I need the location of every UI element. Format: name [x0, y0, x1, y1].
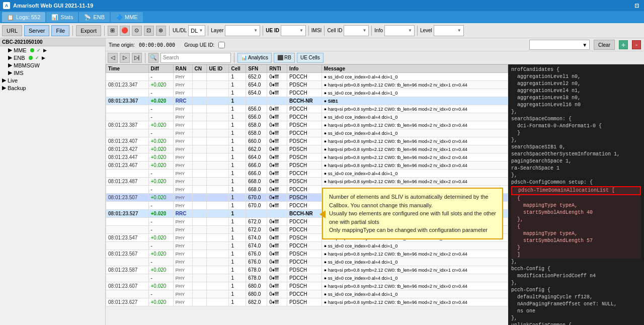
cell-cell: 1: [229, 89, 246, 97]
cell-ue-id: [207, 202, 229, 210]
table-row[interactable]: -PHY1654.00♦fffPDCCH● ss_id=0 cce_index=…: [106, 89, 508, 97]
layer-label: Layer: [211, 28, 223, 33]
layer-select[interactable]: ▼: [225, 25, 260, 36]
icon-btn-2[interactable]: 🔴: [120, 26, 130, 36]
tab-enb-label: ENB: [93, 14, 105, 20]
add-filter-btn[interactable]: +: [619, 40, 628, 49]
mme-play-icon[interactable]: ▶: [43, 48, 47, 53]
table-row[interactable]: -PHY1674.00♦fffPDCCH● ss_id=0 cce_index=…: [106, 242, 508, 250]
group-ue-checkbox[interactable]: [218, 42, 225, 48]
tab-stats[interactable]: 📊 Stats: [46, 12, 78, 22]
sidebar-item-ims[interactable]: ▶ IMS: [0, 69, 105, 76]
cell-ue-id: [207, 129, 229, 137]
ue-cells-button[interactable]: UE Cells: [297, 53, 324, 63]
table-row[interactable]: -PHY1656.00♦fffPDCCH● ss_id=0 cce_index=…: [106, 113, 508, 121]
table-row[interactable]: 08:01:23.367+0.020RRC1BCCH-NR● SIB1: [106, 97, 508, 105]
cell-cell: 1: [229, 242, 246, 250]
cell-diff: +0.020: [148, 137, 173, 145]
nav-back-btn[interactable]: ◁: [108, 53, 118, 63]
cell-sfn: [246, 97, 267, 105]
cell-cn: [192, 113, 207, 121]
cell-time: [106, 290, 149, 298]
cell-diff: -: [148, 73, 173, 81]
sidebar-item-label-live: Live: [8, 77, 18, 84]
cell-diff: -: [148, 129, 173, 137]
cell-cell: 1: [229, 226, 246, 234]
table-row[interactable]: 08:01:23.387+0.020PHY1658.00♦fffPDSCH● h…: [106, 121, 508, 129]
tab-mme[interactable]: 🔷 MME: [111, 12, 143, 22]
file-button[interactable]: File: [51, 25, 69, 36]
enb-play-icon[interactable]: ▶: [42, 55, 45, 60]
cell-diff: +0.020: [148, 282, 173, 290]
code-line: searchSpaceCommon: {: [511, 116, 641, 123]
table-row[interactable]: -PHY1658.00♦fffPDCCH● ss_id=0 cce_index=…: [106, 129, 508, 137]
server-button[interactable]: Server: [24, 25, 49, 36]
cell-ue-id: [207, 298, 229, 306]
rb-button[interactable]: ⬛ RB: [274, 53, 295, 63]
sidebar-item-mbmsgw[interactable]: ▶ MBMSGW: [0, 61, 105, 69]
cell-ran: PHY: [173, 81, 192, 89]
table-row[interactable]: -PHY1666.00♦fffPDCCH● ss_id=0 cce_index=…: [106, 170, 508, 178]
titlebar-left: A Amarisoft Web GUI 2021-11-19: [3, 2, 93, 9]
cell-rnti: 0♦fff: [267, 145, 287, 153]
cell-info: PDCCH: [287, 242, 322, 250]
sidebar-item-live[interactable]: ▶ Live: [0, 76, 105, 84]
cell-cell: 1: [229, 290, 246, 298]
expand-icon[interactable]: ⊡: [632, 3, 641, 9]
cell-time: 08:01:23.347: [106, 81, 149, 89]
info-select[interactable]: ▼: [384, 25, 415, 36]
tab-logs[interactable]: 📋 Logs: 552: [2, 12, 45, 22]
cell-message: ● ss_id=0 cce_index=0 al=4 dci=1_0: [321, 73, 508, 81]
table-row[interactable]: 08:01:23.587+0.020PHY1678.00♦fffPDSCH● h…: [106, 266, 508, 274]
table-row[interactable]: -PHY1680.00♦fffPDCCH● ss_id=0 cce_index=…: [106, 290, 508, 298]
cell-sfn: 658.0: [246, 121, 267, 129]
cell-info: PDSCH: [287, 250, 322, 258]
table-row[interactable]: 08:01:23.407+0.020PHY1660.00♦fffPDSCH● h…: [106, 137, 508, 145]
cell-sfn: 680.0: [246, 282, 267, 290]
table-row[interactable]: -PHY1676.00♦fffPDCCH● ss_id=0 cce_index=…: [106, 258, 508, 266]
cell-ue-id: [207, 242, 229, 250]
table-row[interactable]: 08:01:23.627+0.020PHY1682.00♦fffPDSCH● h…: [106, 298, 508, 306]
table-row[interactable]: -PHY1656.00♦fffPDCCH● harq=si prb=0.8 sy…: [106, 105, 508, 113]
table-row[interactable]: 08:01:23.567+0.020PHY1676.00♦fffPDSCH● h…: [106, 250, 508, 258]
table-row[interactable]: 08:01:23.467+0.020PHY1666.00♦fffPDSCH● h…: [106, 161, 508, 170]
table-row[interactable]: -PHY1678.00♦fffPDCCH● ss_id=0 cce_index=…: [106, 274, 508, 282]
sidebar-item-enb[interactable]: ▶ ENB ✓ ▶: [0, 54, 105, 61]
sidebar-item-mme[interactable]: ▶ MME ✓ ▶: [0, 46, 105, 54]
cell-cn: [192, 250, 207, 258]
search-input[interactable]: [160, 53, 231, 63]
tab-enb[interactable]: 📡 ENB: [79, 12, 110, 22]
nav-up-btn[interactable]: ▷: [120, 53, 130, 63]
ul-dl-select[interactable]: DL ▼: [188, 25, 205, 36]
toolbar-separator-9: [417, 26, 418, 36]
icon-btn-3[interactable]: ⊙: [132, 26, 142, 36]
url-button[interactable]: URL: [2, 25, 22, 36]
analytics-button[interactable]: 📊 Analytics: [237, 53, 272, 63]
ue-id-select[interactable]: ▼: [281, 25, 306, 36]
level-select[interactable]: ▼: [434, 25, 464, 36]
icon-btn-5[interactable]: ⊛: [156, 26, 166, 36]
icon-btn-1[interactable]: ⊞: [108, 26, 118, 36]
table-row[interactable]: 08:01:23.607+0.020PHY1680.00♦fffPDSCH● h…: [106, 282, 508, 290]
cell-cn: [192, 81, 207, 89]
cell-id-select[interactable]: ▼: [344, 25, 369, 36]
export-button[interactable]: Export: [76, 25, 101, 36]
table-row[interactable]: 08:01:23.427+0.020PHY1662.00♦fffPDSCH● h…: [106, 145, 508, 153]
cell-info: PDSCH: [287, 137, 322, 145]
cell-diff: -: [148, 258, 173, 266]
sidebar-item-backup[interactable]: ▶ Backup: [0, 84, 105, 92]
icon-btn-4[interactable]: ⊡: [144, 26, 154, 36]
nav-forward-btn[interactable]: ▷|: [132, 53, 142, 63]
table-row[interactable]: 08:01:23.487+0.020PHY1668.00♦fffPDSCH● h…: [106, 178, 508, 186]
table-row[interactable]: 08:01:23.447+0.020PHY1664.00♦fffPDSCH● h…: [106, 153, 508, 161]
code-line: mappingType typeA,: [511, 230, 641, 237]
code-panel[interactable]: nrofCandidates { aggregationLevel1 n0, a…: [508, 64, 644, 325]
remove-filter-btn[interactable]: -: [632, 40, 641, 49]
table-row[interactable]: 08:01:23.347+0.020PHY1654.00♦fffPDSCH● h…: [106, 81, 508, 89]
sidebar-item-label-enb: ENB: [14, 55, 25, 61]
table-row[interactable]: -PHY1652.00♦fffPDCCH● ss_id=0 cce_index=…: [106, 73, 508, 81]
clear-button[interactable]: Clear: [594, 40, 615, 50]
filter-dropdown-1[interactable]: ▼: [529, 40, 590, 50]
search-icon-btn[interactable]: 🔍: [148, 53, 158, 63]
code-line: nrofCandidates {: [511, 66, 641, 73]
